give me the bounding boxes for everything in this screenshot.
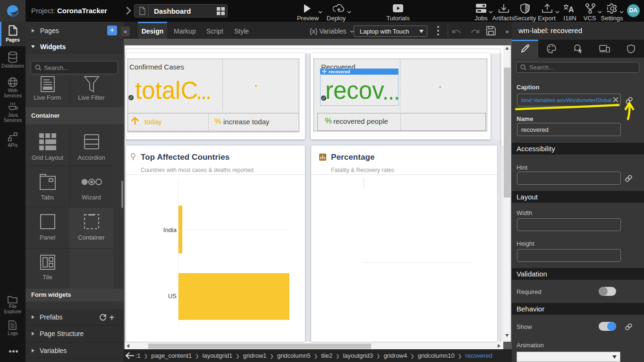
svg-text:A: A [568,6,574,13]
